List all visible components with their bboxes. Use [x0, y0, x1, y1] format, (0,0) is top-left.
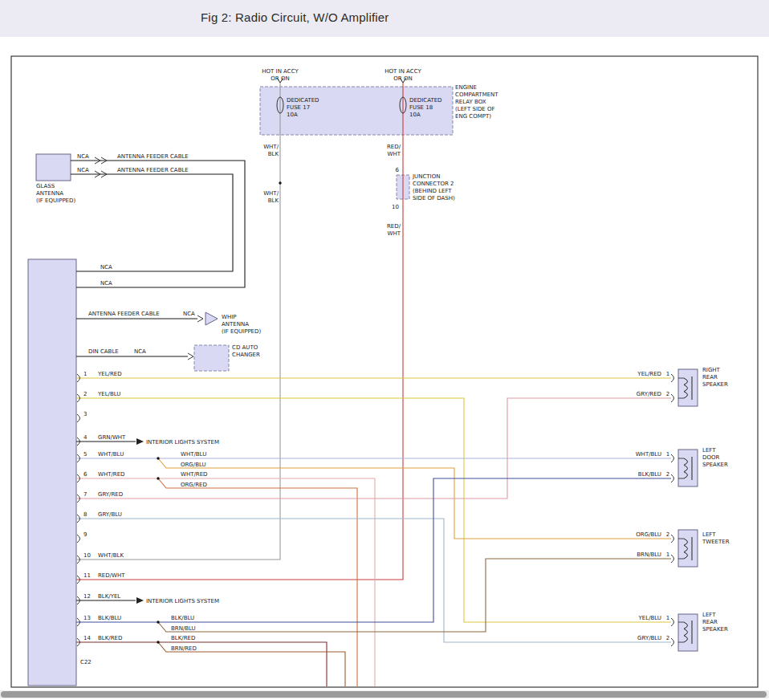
right-rear-speaker-wire-label: GRY/RED: [637, 391, 661, 397]
left-tweeter-label: LEFT: [702, 531, 716, 538]
nca-whip: NCA: [183, 311, 195, 317]
nca-radio-1: NCA: [100, 264, 112, 271]
left-door-speaker: [678, 450, 698, 486]
hot-in-accy-right: HOT IN ACCY: [384, 68, 421, 75]
branch-blk-blu: BLK/BLU: [171, 615, 194, 621]
cd-auto-changer-box: [194, 345, 229, 371]
whip-antenna-label: (IF EQUIPPED): [222, 328, 261, 335]
antenna-feeder-cable-3: ANTENNA FEEDER CABLE: [88, 311, 160, 317]
engine-relay-box: [260, 87, 453, 135]
junction-connector-label: CONNECTOR 2: [413, 181, 454, 187]
radio-pin-number: 14: [83, 635, 91, 641]
right-rear-speaker-label: SPEAKER: [702, 381, 728, 388]
wht-blk-label-lower: BLK: [268, 197, 279, 204]
left-rear-speaker-pin-number: 2: [666, 635, 669, 641]
glass-antenna-label: (IF EQUIPPED): [36, 197, 75, 204]
left-rear-speaker-label: REAR: [702, 619, 718, 625]
radio-pin-number: 11: [83, 572, 91, 579]
glass-antenna-label: GLASS: [36, 183, 55, 189]
left-rear-speaker-label: LEFT: [702, 612, 716, 618]
interior-lights-label-2: INTERIOR LIGHTS SYSTEM: [146, 598, 219, 604]
left-door-speaker-pin-number: 1: [666, 451, 669, 458]
left-door-speaker-label: LEFT: [702, 447, 716, 454]
radio-pin-number: 12: [83, 593, 91, 600]
junction-pin-10: 10: [392, 204, 399, 210]
fuse-17-label: 10A: [287, 112, 298, 118]
right-rear-speaker-label: RIGHT: [702, 367, 721, 373]
antenna-feeder-cable-2: ANTENNA FEEDER CABLE: [117, 167, 189, 173]
radio-pin-wire-label: WHT/BLK: [98, 552, 124, 559]
radio-pin-wire-label: BLK/RED: [98, 635, 122, 641]
engine-relay-label: ENGINE: [455, 84, 477, 91]
branch-wht-red: WHT/RED: [181, 471, 208, 478]
left-tweeter-wire-label: ORG/BLU: [636, 531, 661, 538]
radio-pin-number: 8: [83, 511, 87, 518]
radio-pin-number: 1: [83, 371, 87, 377]
wht-blk-label-upper: BLK: [268, 151, 279, 157]
fuse-17-label: FUSE 17: [287, 104, 310, 111]
radio-pin-wire-label: WHT/RED: [98, 471, 125, 478]
red-wht-label-lower: RED/: [387, 223, 401, 230]
radio-pin-wire-label: GRN/WHT: [98, 434, 126, 441]
radio-pin-number: 13: [83, 615, 91, 621]
branch-wht-blu: WHT/BLU: [181, 451, 206, 458]
junction-connector-label: SIDE OF DASH): [413, 195, 455, 201]
nca-radio-2: NCA: [100, 280, 112, 287]
hot-in-accy-right: OR ON: [393, 75, 412, 82]
left-tweeter: [678, 530, 698, 567]
junction-connector-label: (BEHIND LEFT: [413, 188, 452, 194]
radio-pin-wire-label: BLK/BLU: [98, 615, 121, 621]
left-tweeter-pin-number: 2: [666, 531, 669, 538]
left-door-speaker-pin-number: 2: [666, 471, 669, 478]
splice-dot: [157, 621, 159, 623]
fuse-17-label: DEDICATED: [287, 97, 319, 104]
interior-lights-label-1: INTERIOR LIGHTS SYSTEM: [146, 439, 219, 446]
radio-pin-wire-label: WHT/BLU: [98, 451, 124, 458]
radio-pin-wire-label: YEL/BLU: [97, 391, 120, 397]
left-door-speaker-wire-label: WHT/BLU: [636, 451, 661, 458]
red-wht-label-lower: WHT: [388, 230, 401, 237]
left-door-speaker-wire-label: BLK/BLU: [638, 471, 661, 478]
left-tweeter-label: TWEETER: [702, 539, 730, 545]
branch-org-red: ORG/RED: [181, 482, 207, 488]
wht-blk-label-lower: WHT/: [263, 190, 279, 197]
left-tweeter-wire-label: BRN/BLU: [637, 551, 661, 558]
wiring-diagram: RIGHTREARSPEAKER1YEL/RED2GRY/REDLEFTDOOR…: [0, 0, 769, 700]
radio-pin-number: 6: [83, 471, 87, 478]
horizontal-scrollbar: [0, 690, 769, 698]
nca-glass-1: NCA: [77, 153, 89, 160]
radio-pin-wire-label: GRY/BLU: [98, 511, 122, 518]
left-door-speaker-label: SPEAKER: [702, 462, 728, 468]
branch-brn-blu: BRN/BLU: [171, 625, 196, 632]
radio-connector-block: [28, 259, 76, 686]
left-rear-speaker: [678, 614, 698, 651]
radio-pin-number: 4: [83, 434, 87, 441]
radio-pin-number: 10: [83, 552, 91, 559]
branch-org-blu: ORG/BLU: [181, 462, 206, 468]
radio-pin-number: 2: [83, 391, 87, 397]
cd-auto-changer-label: CHANGER: [232, 352, 260, 358]
junction-connector-label: JUNCTION: [412, 173, 440, 180]
scrollbar-thumb[interactable]: [1, 691, 767, 698]
splice-dot: [279, 181, 281, 184]
nca-glass-2: NCA: [77, 167, 89, 173]
red-wht-label-upper: RED/: [387, 144, 401, 150]
fuse-18-label: 10A: [409, 112, 421, 118]
radio-pin-wire-label: GRY/RED: [98, 491, 123, 498]
splice-dot: [157, 641, 159, 643]
connector-id-c22: C22: [80, 659, 92, 665]
right-rear-speaker-pin-number: 2: [666, 391, 669, 397]
glass-antenna-box: [36, 154, 71, 181]
branch-blk-red: BLK/RED: [171, 635, 195, 641]
engine-relay-label: RELAY BOX: [455, 99, 486, 105]
whip-antenna-label: ANTENNA: [222, 321, 249, 328]
din-cable-label: DIN CABLE: [88, 348, 119, 355]
right-rear-speaker-wire-label: YEL/RED: [637, 371, 661, 377]
engine-relay-label: (LEFT SIDE OF: [455, 106, 495, 112]
branch-brn-red: BRN/RED: [171, 645, 197, 652]
glass-antenna-label: ANTENNA: [36, 190, 63, 197]
engine-relay-label: ENG COMPT): [455, 113, 491, 120]
splice-dot: [157, 457, 159, 459]
splice-dot: [157, 477, 159, 479]
engine-relay-label: COMPARTMENT: [455, 92, 498, 98]
